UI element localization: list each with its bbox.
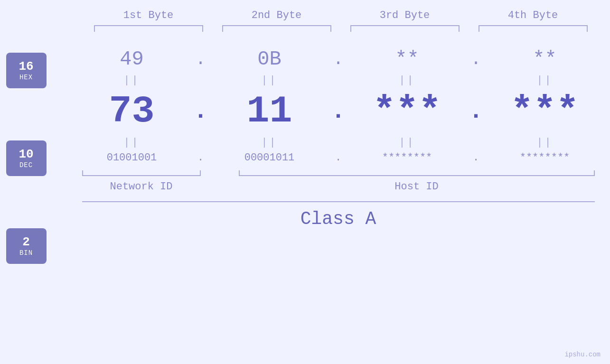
- byte-header-1: 1st Byte: [84, 9, 213, 21]
- labels-col: 16 HEX 10 DEC 2 BIN: [6, 48, 73, 264]
- equals-6: ||: [210, 137, 329, 149]
- host-id-label: Host ID: [239, 181, 595, 193]
- bracket-3: [350, 25, 460, 34]
- byte-headers: 1st Byte 2nd Byte 3rd Byte 4th Byte: [84, 9, 597, 21]
- bin-row: 01001001 . 00001011 . ******** .: [73, 152, 604, 164]
- dec-byte-1: 73: [73, 90, 191, 133]
- class-label: Class A: [82, 209, 595, 229]
- dec-base: DEC: [19, 161, 33, 169]
- top-brackets: [84, 25, 597, 34]
- bin-badge: 2 BIN: [6, 228, 47, 264]
- bracket-1: [94, 25, 203, 34]
- equals-2: ||: [210, 75, 329, 86]
- class-section: Class A: [73, 201, 604, 229]
- hex-byte-1: 49: [73, 48, 191, 71]
- bracket-2: [222, 25, 331, 34]
- hex-badge: 16 HEX: [6, 53, 47, 88]
- hex-dot-2: .: [329, 50, 348, 69]
- host-bracket: [239, 168, 595, 176]
- bracket-4: [479, 25, 588, 34]
- equals-3: ||: [348, 75, 467, 86]
- byte-header-3: 3rd Byte: [341, 9, 469, 21]
- network-id-label: Network ID: [82, 181, 201, 193]
- dec-dot-3: .: [467, 98, 486, 125]
- bin-byte-3: ********: [348, 152, 467, 164]
- hex-num: 16: [19, 60, 33, 74]
- byte-header-2: 2nd Byte: [213, 9, 341, 21]
- content-area: 16 HEX 10 DEC 2 BIN 49 .: [6, 48, 604, 264]
- hex-base: HEX: [19, 74, 33, 81]
- equals-8: ||: [486, 137, 604, 149]
- dec-dot-1: .: [191, 98, 210, 125]
- byte-header-4: 4th Byte: [469, 9, 597, 21]
- equals-7: ||: [348, 137, 467, 149]
- class-line: [82, 201, 595, 202]
- hex-byte-2: 0B: [210, 48, 329, 71]
- dec-byte-3: ***: [348, 90, 467, 133]
- hex-byte-3: **: [348, 48, 467, 71]
- dec-num: 10: [19, 148, 33, 161]
- equals-row-2: || || || ||: [73, 133, 604, 152]
- hex-byte-4: **: [486, 48, 604, 71]
- bin-dot-2: .: [329, 152, 348, 164]
- hex-dot-1: .: [191, 50, 210, 69]
- bin-byte-2: 00001011: [210, 152, 329, 164]
- bin-byte-1: 01001001: [73, 152, 191, 164]
- bin-dot-3: .: [467, 152, 486, 164]
- id-labels: Network ID Host ID: [73, 181, 604, 193]
- equals-4: ||: [486, 75, 604, 86]
- dec-dot-2: .: [329, 98, 348, 125]
- hex-dot-3: .: [467, 50, 486, 69]
- equals-5: ||: [73, 137, 191, 149]
- main-container: 1st Byte 2nd Byte 3rd Byte 4th Byte 16 H…: [0, 0, 610, 364]
- dec-byte-2: 11: [210, 90, 329, 133]
- bin-dot-1: .: [191, 152, 210, 164]
- bin-base: BIN: [19, 249, 33, 257]
- rows-area: 49 . 0B . ** . **: [73, 48, 604, 229]
- network-bracket: [82, 168, 201, 176]
- dec-badge: 10 DEC: [6, 140, 47, 176]
- dec-row: 73 . 11 . *** . ***: [73, 90, 604, 133]
- equals-1: ||: [73, 75, 191, 86]
- bottom-brackets: [73, 168, 604, 176]
- hex-row: 49 . 0B . ** . **: [73, 48, 604, 71]
- bin-byte-4: ********: [486, 152, 604, 164]
- dec-byte-4: ***: [486, 90, 604, 133]
- watermark: ipshu.com: [564, 351, 601, 358]
- equals-row-1: || || || ||: [73, 71, 604, 90]
- bin-num: 2: [22, 235, 30, 249]
